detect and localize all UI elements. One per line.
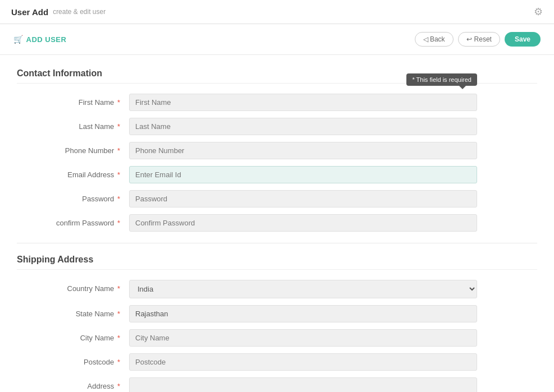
top-bar-left: User Add create & edit user <box>11 7 106 17</box>
address-label: Address * <box>17 377 129 390</box>
shipping-section-title: Shipping Address <box>17 255 537 270</box>
confirm-password-input[interactable] <box>129 214 477 232</box>
email-label: Email Address * <box>17 166 129 179</box>
country-label: Country Name * <box>17 280 129 293</box>
back-button[interactable]: ◁ Back <box>415 32 454 47</box>
main-content: Contact Information First Name * * This … <box>0 55 554 392</box>
contact-section-title: Contact Information <box>17 68 537 84</box>
state-label: State Name * <box>17 305 129 318</box>
state-input[interactable] <box>129 305 477 322</box>
first-name-input-container: * This field is required <box>129 94 477 111</box>
last-name-input[interactable] <box>129 118 477 135</box>
country-select[interactable]: India USA UK Canada Australia <box>129 280 477 298</box>
back-arrow-icon: ◁ <box>423 35 428 43</box>
first-name-label: First Name * <box>17 94 129 107</box>
confirm-password-group: confirm Password * <box>17 214 537 232</box>
address-group: Address * <box>17 377 537 392</box>
reset-button[interactable]: ↩ Reset <box>458 32 500 47</box>
country-group: Country Name * India USA UK Canada Austr… <box>17 280 537 298</box>
last-name-group: Last Name * <box>17 118 537 135</box>
password-input[interactable] <box>129 190 477 207</box>
postcode-input[interactable] <box>129 353 477 371</box>
page-title: User Add <box>11 7 48 17</box>
email-group: Email Address * <box>17 166 537 183</box>
top-bar: User Add create & edit user ⚙ <box>0 0 554 24</box>
password-group: Password * <box>17 190 537 207</box>
toolbar-actions: ◁ Back ↩ Reset Save <box>415 32 541 47</box>
toolbar: 🛒 ADD USER ◁ Back ↩ Reset Save <box>0 24 554 55</box>
city-group: City Name * <box>17 329 537 347</box>
add-user-button[interactable]: 🛒 ADD USER <box>13 35 66 44</box>
city-label: City Name * <box>17 329 129 342</box>
required-star: * <box>117 98 120 107</box>
page-subtitle: create & edit user <box>53 8 106 16</box>
phone-input[interactable] <box>129 142 477 159</box>
settings-icon[interactable]: ⚙ <box>534 6 543 18</box>
confirm-password-label: confirm Password * <box>17 214 129 227</box>
postcode-group: Postcode * <box>17 353 537 371</box>
first-name-group: First Name * * This field is required <box>17 94 537 111</box>
phone-label: Phone Number * <box>17 142 129 155</box>
add-user-label: ADD USER <box>26 35 67 44</box>
first-name-input[interactable] <box>129 94 477 111</box>
reset-icon: ↩ <box>466 35 472 43</box>
city-input[interactable] <box>129 329 477 347</box>
phone-group: Phone Number * <box>17 142 537 159</box>
state-group: State Name * <box>17 305 537 322</box>
last-name-label: Last Name * <box>17 118 129 131</box>
password-label: Password * <box>17 190 129 203</box>
cart-icon: 🛒 <box>13 35 24 44</box>
section-divider <box>17 243 537 243</box>
address-textarea[interactable] <box>129 377 477 392</box>
save-top-button[interactable]: Save <box>505 32 541 47</box>
postcode-label: Postcode * <box>17 353 129 366</box>
email-input[interactable] <box>129 166 477 183</box>
